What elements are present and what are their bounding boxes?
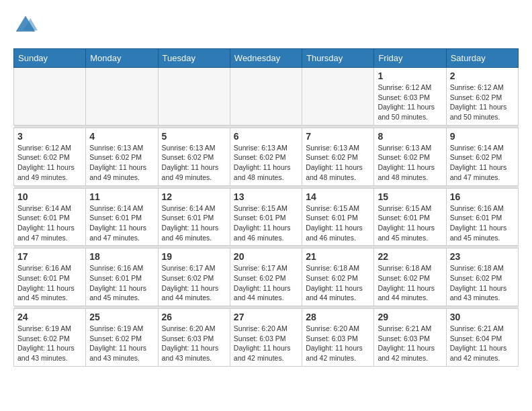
day-number: 27	[234, 312, 298, 322]
day-number: 17	[17, 251, 82, 262]
day-number: 11	[89, 191, 154, 202]
day-info: Sunrise: 6:18 AM Sunset: 6:02 PM Dayligh…	[306, 263, 370, 303]
weekday-thursday: Thursday	[302, 49, 374, 68]
calendar-cell: 10Sunrise: 6:14 AM Sunset: 6:01 PM Dayli…	[14, 188, 86, 246]
day-info: Sunrise: 6:13 AM Sunset: 6:02 PM Dayligh…	[306, 143, 370, 183]
day-number: 7	[306, 131, 370, 142]
calendar-week-4: 24Sunrise: 6:19 AM Sunset: 6:02 PM Dayli…	[14, 309, 519, 367]
day-info: Sunrise: 6:12 AM Sunset: 6:02 PM Dayligh…	[17, 143, 82, 183]
calendar-cell: 20Sunrise: 6:17 AM Sunset: 6:02 PM Dayli…	[230, 248, 302, 306]
day-info: Sunrise: 6:18 AM Sunset: 6:02 PM Dayligh…	[378, 263, 442, 303]
day-number: 19	[162, 251, 226, 262]
calendar-cell: 18Sunrise: 6:16 AM Sunset: 6:01 PM Dayli…	[86, 248, 158, 306]
weekday-friday: Friday	[374, 49, 446, 68]
logo-icon	[13, 13, 38, 38]
day-number: 16	[450, 191, 515, 202]
day-number: 12	[162, 191, 226, 202]
calendar-cell: 23Sunrise: 6:18 AM Sunset: 6:02 PM Dayli…	[446, 248, 518, 306]
day-info: Sunrise: 6:21 AM Sunset: 6:03 PM Dayligh…	[378, 324, 442, 363]
calendar-cell: 8Sunrise: 6:13 AM Sunset: 6:02 PM Daylig…	[374, 128, 446, 185]
day-number: 8	[378, 131, 442, 142]
calendar-header: SundayMondayTuesdayWednesdayThursdayFrid…	[14, 49, 519, 68]
day-number: 5	[162, 131, 226, 142]
day-info: Sunrise: 6:12 AM Sunset: 6:03 PM Dayligh…	[378, 83, 442, 122]
calendar-cell: 29Sunrise: 6:21 AM Sunset: 6:03 PM Dayli…	[374, 309, 446, 367]
day-info: Sunrise: 6:21 AM Sunset: 6:04 PM Dayligh…	[450, 324, 515, 363]
day-info: Sunrise: 6:13 AM Sunset: 6:02 PM Dayligh…	[89, 143, 154, 183]
day-info: Sunrise: 6:16 AM Sunset: 6:01 PM Dayligh…	[89, 263, 154, 303]
calendar-week-3: 17Sunrise: 6:16 AM Sunset: 6:01 PM Dayli…	[14, 248, 519, 306]
day-info: Sunrise: 6:16 AM Sunset: 6:01 PM Dayligh…	[17, 263, 82, 303]
calendar-body: 1Sunrise: 6:12 AM Sunset: 6:03 PM Daylig…	[14, 68, 519, 367]
calendar-cell: 22Sunrise: 6:18 AM Sunset: 6:02 PM Dayli…	[374, 248, 446, 306]
header	[13, 13, 519, 38]
calendar-table: SundayMondayTuesdayWednesdayThursdayFrid…	[13, 48, 519, 367]
calendar-cell: 16Sunrise: 6:16 AM Sunset: 6:01 PM Dayli…	[446, 188, 518, 246]
calendar-cell: 26Sunrise: 6:20 AM Sunset: 6:03 PM Dayli…	[158, 309, 230, 367]
weekday-wednesday: Wednesday	[230, 49, 302, 68]
day-info: Sunrise: 6:14 AM Sunset: 6:01 PM Dayligh…	[17, 203, 82, 243]
day-number: 26	[162, 312, 226, 322]
calendar-cell: 1Sunrise: 6:12 AM Sunset: 6:03 PM Daylig…	[374, 68, 446, 126]
calendar-cell: 24Sunrise: 6:19 AM Sunset: 6:02 PM Dayli…	[14, 309, 86, 367]
day-number: 2	[450, 71, 515, 81]
calendar-cell: 28Sunrise: 6:20 AM Sunset: 6:03 PM Dayli…	[302, 309, 374, 367]
logo	[13, 13, 40, 38]
calendar-cell	[14, 68, 86, 126]
day-number: 29	[378, 312, 442, 322]
day-number: 13	[234, 191, 298, 202]
day-info: Sunrise: 6:20 AM Sunset: 6:03 PM Dayligh…	[234, 324, 298, 363]
day-info: Sunrise: 6:14 AM Sunset: 6:02 PM Dayligh…	[450, 143, 515, 183]
day-info: Sunrise: 6:20 AM Sunset: 6:03 PM Dayligh…	[162, 324, 226, 363]
day-info: Sunrise: 6:14 AM Sunset: 6:01 PM Dayligh…	[162, 203, 226, 243]
day-number: 22	[378, 251, 442, 262]
day-info: Sunrise: 6:17 AM Sunset: 6:02 PM Dayligh…	[162, 263, 226, 303]
calendar-cell: 2Sunrise: 6:12 AM Sunset: 6:02 PM Daylig…	[446, 68, 518, 126]
calendar-cell: 11Sunrise: 6:14 AM Sunset: 6:01 PM Dayli…	[86, 188, 158, 246]
calendar-cell: 7Sunrise: 6:13 AM Sunset: 6:02 PM Daylig…	[302, 128, 374, 185]
day-info: Sunrise: 6:20 AM Sunset: 6:03 PM Dayligh…	[306, 324, 370, 363]
calendar-cell: 21Sunrise: 6:18 AM Sunset: 6:02 PM Dayli…	[302, 248, 374, 306]
weekday-sunday: Sunday	[14, 49, 86, 68]
day-number: 3	[17, 131, 82, 142]
day-info: Sunrise: 6:14 AM Sunset: 6:01 PM Dayligh…	[89, 203, 154, 243]
calendar-cell: 14Sunrise: 6:15 AM Sunset: 6:01 PM Dayli…	[302, 188, 374, 246]
calendar-cell: 19Sunrise: 6:17 AM Sunset: 6:02 PM Dayli…	[158, 248, 230, 306]
calendar-week-1: 3Sunrise: 6:12 AM Sunset: 6:02 PM Daylig…	[14, 128, 519, 185]
calendar-cell: 3Sunrise: 6:12 AM Sunset: 6:02 PM Daylig…	[14, 128, 86, 185]
calendar-cell: 4Sunrise: 6:13 AM Sunset: 6:02 PM Daylig…	[86, 128, 158, 185]
calendar-cell: 17Sunrise: 6:16 AM Sunset: 6:01 PM Dayli…	[14, 248, 86, 306]
day-number: 28	[306, 312, 370, 322]
day-info: Sunrise: 6:13 AM Sunset: 6:02 PM Dayligh…	[234, 143, 298, 183]
day-number: 18	[89, 251, 154, 262]
day-number: 24	[17, 312, 82, 322]
day-number: 30	[450, 312, 515, 322]
calendar-cell: 12Sunrise: 6:14 AM Sunset: 6:01 PM Dayli…	[158, 188, 230, 246]
calendar-cell	[86, 68, 158, 126]
day-info: Sunrise: 6:13 AM Sunset: 6:02 PM Dayligh…	[162, 143, 226, 183]
day-info: Sunrise: 6:12 AM Sunset: 6:02 PM Dayligh…	[450, 83, 515, 122]
calendar-cell: 15Sunrise: 6:15 AM Sunset: 6:01 PM Dayli…	[374, 188, 446, 246]
day-info: Sunrise: 6:15 AM Sunset: 6:01 PM Dayligh…	[306, 203, 370, 243]
weekday-header-row: SundayMondayTuesdayWednesdayThursdayFrid…	[14, 49, 519, 68]
weekday-saturday: Saturday	[446, 49, 518, 68]
day-number: 15	[378, 191, 442, 202]
calendar-cell	[230, 68, 302, 126]
calendar-cell: 27Sunrise: 6:20 AM Sunset: 6:03 PM Dayli…	[230, 309, 302, 367]
calendar-cell	[158, 68, 230, 126]
day-number: 25	[89, 312, 154, 322]
day-info: Sunrise: 6:16 AM Sunset: 6:01 PM Dayligh…	[450, 203, 515, 243]
calendar-cell: 13Sunrise: 6:15 AM Sunset: 6:01 PM Dayli…	[230, 188, 302, 246]
day-number: 9	[450, 131, 515, 142]
day-number: 1	[378, 71, 442, 81]
day-info: Sunrise: 6:19 AM Sunset: 6:02 PM Dayligh…	[17, 324, 82, 363]
calendar-cell: 6Sunrise: 6:13 AM Sunset: 6:02 PM Daylig…	[230, 128, 302, 185]
day-info: Sunrise: 6:17 AM Sunset: 6:02 PM Dayligh…	[234, 263, 298, 303]
calendar-cell: 9Sunrise: 6:14 AM Sunset: 6:02 PM Daylig…	[446, 128, 518, 185]
day-number: 21	[306, 251, 370, 262]
calendar-week-2: 10Sunrise: 6:14 AM Sunset: 6:01 PM Dayli…	[14, 188, 519, 246]
day-info: Sunrise: 6:15 AM Sunset: 6:01 PM Dayligh…	[234, 203, 298, 243]
day-number: 6	[234, 131, 298, 142]
calendar-cell: 5Sunrise: 6:13 AM Sunset: 6:02 PM Daylig…	[158, 128, 230, 185]
day-number: 20	[234, 251, 298, 262]
